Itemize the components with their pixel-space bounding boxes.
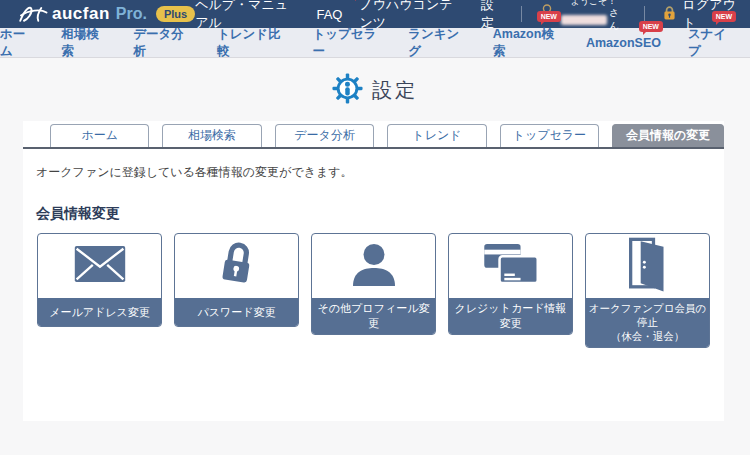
nav-amazon-seo[interactable]: NEW AmazonSEO — [586, 36, 661, 50]
aucfan-logo-icon — [18, 4, 48, 24]
card-label: オークファンプロ会員の停止 （休会・退会） — [586, 298, 709, 347]
card-membership-stop[interactable]: オークファンプロ会員の停止 （休会・退会） — [585, 233, 710, 348]
nav-ranking[interactable]: ランキング — [408, 26, 466, 60]
new-badge: NEW — [639, 21, 663, 32]
page-description: オークファンに登録している各種情報の変更ができます。 — [36, 164, 710, 181]
nav-data-analysis[interactable]: データ分析 — [133, 26, 190, 60]
card-password-change[interactable]: パスワード変更 — [174, 233, 299, 327]
person-icon — [350, 242, 398, 290]
settings-tabs: ホーム 相場検索 データ分析 トレンド トップセラー 会員情報の変更 — [23, 121, 724, 149]
tab-market-search[interactable]: 相場検索 — [162, 124, 261, 147]
section-title: 会員情報変更 — [36, 205, 724, 223]
logo-text-aucfan: aucfan — [52, 4, 110, 24]
card-body — [586, 234, 709, 298]
card-label: メールアドレス変更 — [38, 298, 161, 326]
tab-data-analysis[interactable]: データ分析 — [275, 124, 374, 147]
new-badge: NEW — [712, 11, 736, 22]
top-header-bar: aucfan Pro. Plus ヘルプ・マニュアル FAQ NEW ノウハウコ… — [0, 0, 750, 28]
tab-top-seller[interactable]: トップセラー — [500, 124, 599, 147]
main-nav: ホーム 相場検索 データ分析 トレンド比較 トップセラー ランキング NEW A… — [0, 28, 750, 58]
card-label: クレジットカード情報変更 — [449, 298, 572, 334]
tab-trend[interactable]: トレンド — [387, 124, 486, 147]
nav-snipe[interactable]: NEW スナイプ — [688, 26, 734, 60]
nav-amazon-search[interactable]: NEW Amazon検索 — [493, 26, 559, 60]
padlock-icon — [218, 240, 256, 292]
tab-member-info-change[interactable]: 会員情報の変更 — [612, 124, 724, 147]
logo-text-pro: Pro. — [116, 5, 147, 23]
menu-faq[interactable]: FAQ — [316, 7, 342, 22]
lock-icon — [662, 5, 677, 24]
welcome-text: ようこそ！ — [571, 0, 617, 7]
welcome-block: ようこそ！ さん — [561, 0, 627, 32]
door-icon — [627, 236, 669, 296]
settings-gear-icon — [332, 73, 363, 108]
page-title: 設定 — [0, 58, 750, 121]
nav-home[interactable]: ホーム — [0, 26, 34, 60]
envelope-icon — [74, 246, 126, 286]
card-body — [38, 234, 161, 298]
nav-trend-compare[interactable]: トレンド比較 — [217, 26, 286, 60]
divider — [644, 6, 645, 22]
nav-top-seller[interactable]: トップセラー — [312, 26, 381, 60]
card-body — [449, 234, 572, 298]
card-credit-card-change[interactable]: クレジットカード情報変更 — [448, 233, 573, 335]
user-name-suffix: さん — [609, 7, 627, 32]
nav-market-search[interactable]: 相場検索 — [61, 26, 106, 60]
tab-home[interactable]: ホーム — [50, 124, 149, 147]
card-body — [312, 234, 435, 298]
aucfan-logo[interactable]: aucfan Pro. Plus — [18, 4, 195, 24]
divider — [521, 6, 522, 22]
page-title-text: 設定 — [372, 77, 418, 104]
content-panel: ホーム 相場検索 データ分析 トレンド トップセラー 会員情報の変更 オークファ… — [23, 121, 724, 421]
member-cards: メールアドレス変更 パスワード変更 — [37, 233, 710, 348]
card-label: その他プロフィール変更 — [312, 298, 435, 334]
card-email-change[interactable]: メールアドレス変更 — [37, 233, 162, 327]
plus-badge: Plus — [156, 6, 195, 22]
new-badge: NEW — [537, 11, 561, 22]
user-name-redacted — [561, 15, 608, 25]
card-profile-change[interactable]: その他プロフィール変更 — [311, 233, 436, 335]
credit-cards-icon — [482, 243, 540, 289]
card-label: パスワード変更 — [175, 298, 298, 326]
card-body — [175, 234, 298, 298]
